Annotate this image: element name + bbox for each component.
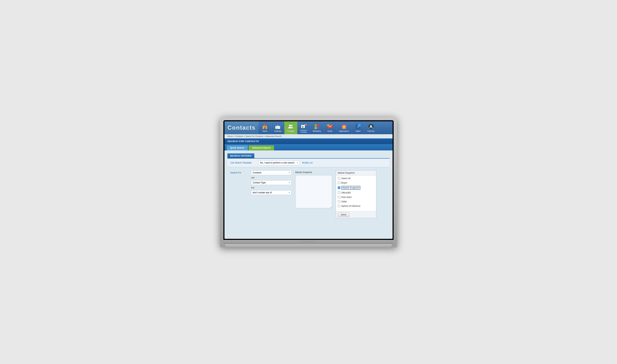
search-for-select-wrapper: Contacts Leads Prospects [251,170,291,175]
laptop-base [225,244,392,247]
checkbox-sphere[interactable] [338,205,340,207]
nav-item-email[interactable]: ✉ Email [324,121,337,134]
svg-rect-22 [317,124,319,127]
list-item-select-all[interactable]: Select All [336,176,376,181]
nav-label-email: Email [328,130,332,132]
template-label: Use Search Template [230,161,256,164]
nav-label-applications: Applications [339,130,349,132]
search-for-label: Search For [230,170,249,218]
that-label: that [251,186,291,189]
main-content: SEARCH CRITERIA Use Search Template No, … [224,150,393,239]
nav-label-marketing: Marketing [313,130,321,132]
tab-advanced-search[interactable]: Advanced Search [249,145,274,150]
checkbox-buyer[interactable] [338,182,340,184]
home-icon [261,123,268,130]
list-item-sphere[interactable]: Sphere of influence [336,204,376,208]
svg-point-14 [289,125,291,127]
svg-rect-12 [276,128,277,129]
svg-rect-11 [279,127,280,127]
navigation-bar: Contacts Home [224,121,393,134]
svg-rect-10 [277,127,278,127]
search-for-select[interactable]: Contacts Leads Prospects [251,170,291,175]
nav-item-calendar[interactable]: 21 Calendar [272,121,284,134]
list-item-past-client[interactable]: Past client [336,195,376,199]
dropdown-list-header: Market Snapshot [336,170,376,175]
condition-select[interactable]: don't contain any of contain any of cont… [251,190,291,195]
nav-item-share[interactable]: f 🐦 Share [352,121,365,134]
svg-rect-3 [263,126,264,127]
svg-rect-20 [302,126,303,128]
value-label: Market Snapshot [295,170,332,174]
list-item-office365[interactable]: Office365 [336,191,376,195]
contacts-icon [287,123,294,130]
svg-rect-24 [317,127,319,129]
dropdown-list-items: Select All Buyer Market Snapshot [336,175,376,211]
svg-rect-2 [264,127,266,129]
market-snapshot-label: Market Snapshot [341,186,360,190]
svg-text:🐦: 🐦 [358,124,360,127]
svg-text:21: 21 [277,125,279,127]
checkbox-past-client[interactable] [338,196,340,198]
laptop-hinge [223,240,394,244]
nav-item-marketing[interactable]: Marketing [310,121,324,134]
checkbox-seller[interactable] [338,200,340,203]
done-button[interactable]: Done [338,212,349,217]
nav-label-home: Home [262,130,267,132]
contacts-nav-title: Contacts [227,124,256,131]
nav-item-fasttrack[interactable]: FastTrac [365,121,378,134]
modify-list-link[interactable]: Modify List [302,161,313,164]
nav-item-applications[interactable]: Applications [337,121,352,134]
template-select-wrapper: No, I want to perform a new search Templ… [258,160,300,165]
list-item-market-snapshot[interactable]: Market Snapshot [336,185,376,191]
listings-icon: SOLD [300,122,307,129]
email-icon: ✉ [327,123,333,130]
value-textarea[interactable] [295,175,332,208]
checkbox-office365[interactable] [338,192,340,194]
nav-item-home[interactable]: Home [259,121,272,134]
share-icon: f 🐦 [355,123,361,130]
svg-text:SOLD: SOLD [304,124,306,126]
svg-rect-23 [315,127,317,129]
svg-marker-1 [262,124,267,126]
svg-rect-13 [277,128,278,129]
nav-label-calendar: Calendar [274,130,282,132]
svg-point-37 [370,125,372,127]
with-label: with [251,177,291,179]
applications-icon [341,123,347,130]
nav-item-listings[interactable]: SOLD Listings & Closings [297,121,310,134]
dropdown-list-panel: Market Snapshot Select All Buyer [336,170,376,218]
search-criteria-header: SEARCH CRITERIA [227,153,254,158]
field-select[interactable]: Contact Type Name Email Phone [251,180,291,185]
breadcrumb: Home > Contacts > Search for Contacts > … [224,134,393,138]
nav-item-contacts[interactable]: Contacts [284,121,297,134]
laptop-hinge-piece [301,241,316,243]
tabs-bar: Quick Search Advanced Search [224,144,393,150]
search-form-area: Search For Contacts Leads Prospects [227,167,390,221]
nav-label-share: Share [356,130,361,132]
nav-label-contacts: Contacts [287,130,294,132]
marketing-icon [314,123,320,130]
svg-point-15 [291,125,293,127]
list-item-buyer[interactable]: Buyer [336,181,376,185]
template-row: Use Search Template No, I want to perfor… [227,158,390,167]
template-select[interactable]: No, I want to perform a new search Templ… [258,160,300,165]
svg-rect-21 [315,124,317,127]
calendar-icon: 21 [274,123,281,130]
list-item-seller[interactable]: Seller [336,199,376,204]
done-button-row: Done [336,211,376,218]
field-select-wrapper: Contact Type Name Email Phone [251,180,291,185]
checkbox-select-all[interactable] [338,177,340,180]
search-header: SEARCH FOR CONTACTS [224,138,393,144]
nav-label-listings: Listings & Closings [300,130,307,133]
svg-rect-9 [276,127,277,127]
svg-text:✉: ✉ [328,125,329,126]
checkbox-market-snapshot[interactable] [338,186,340,189]
fasttrack-icon [368,123,374,130]
tab-quick-search[interactable]: Quick Search [227,145,248,150]
nav-label-fasttrack: FastTrac [368,130,375,132]
condition-select-wrapper: don't contain any of contain any of cont… [251,190,291,195]
